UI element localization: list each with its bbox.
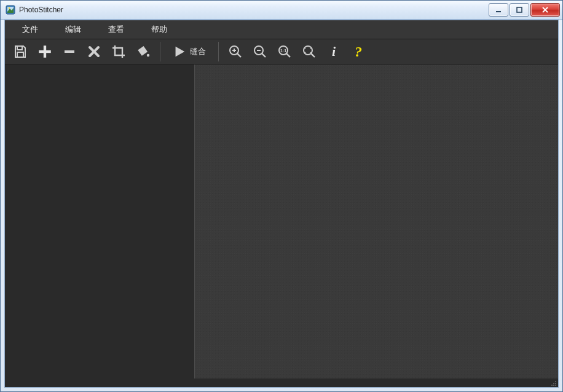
toolbar-separator — [160, 42, 160, 61]
minimize-icon — [495, 6, 502, 14]
svg-line-23 — [286, 53, 290, 57]
resize-grip-icon[interactable] — [549, 379, 557, 386]
zoom-1to1-icon: 1:1 — [277, 44, 292, 59]
fill-button[interactable] — [133, 41, 154, 62]
zoom-out-button[interactable] — [250, 41, 270, 62]
paint-bucket-icon — [136, 44, 151, 59]
svg-line-26 — [311, 53, 315, 57]
window-title: PhotoStitcher — [19, 6, 63, 14]
svg-line-16 — [237, 53, 241, 57]
toolbar-separator-2 — [218, 42, 219, 61]
menu-file[interactable]: 文件 — [9, 20, 52, 39]
svg-point-28 — [553, 385, 554, 386]
app-body: 文件 编辑 查看 帮助 — [4, 20, 559, 388]
svg-point-27 — [555, 385, 556, 386]
help-icon: ? — [355, 44, 362, 60]
content-area — [5, 65, 558, 378]
window-controls — [489, 3, 560, 17]
svg-point-31 — [553, 383, 554, 384]
svg-marker-14 — [176, 47, 185, 57]
zoom-fit-icon — [302, 44, 317, 59]
maximize-button[interactable] — [510, 3, 529, 17]
plus-icon — [37, 44, 53, 60]
crop-icon — [111, 44, 126, 59]
play-icon — [173, 45, 186, 58]
x-icon — [87, 44, 101, 59]
app-icon — [6, 5, 15, 15]
svg-point-30 — [551, 385, 553, 386]
image-list-panel[interactable] — [5, 65, 195, 378]
svg-point-3 — [9, 7, 10, 9]
zoom-out-icon — [253, 44, 267, 59]
minus-icon — [62, 44, 77, 59]
svg-rect-11 — [39, 50, 51, 53]
statusbar — [5, 378, 558, 387]
menu-edit[interactable]: 编辑 — [52, 20, 95, 39]
clear-button[interactable] — [84, 41, 104, 62]
zoom-fit-button[interactable] — [299, 41, 320, 62]
toolbar: 缝合 — [5, 39, 558, 65]
save-button[interactable] — [10, 41, 31, 62]
zoom-actual-button[interactable]: 1:1 — [274, 41, 295, 62]
svg-rect-5 — [517, 7, 522, 12]
svg-point-32 — [555, 381, 556, 382]
info-button[interactable]: i — [323, 41, 344, 62]
maximize-icon — [516, 6, 523, 14]
save-icon — [13, 44, 28, 59]
add-button[interactable] — [34, 41, 55, 62]
stitch-button[interactable]: 缝合 — [167, 41, 212, 62]
close-icon — [541, 6, 549, 14]
svg-line-20 — [262, 53, 266, 57]
svg-point-29 — [555, 383, 556, 384]
svg-point-13 — [147, 54, 149, 57]
svg-point-25 — [304, 46, 312, 55]
svg-rect-12 — [65, 50, 74, 53]
crop-button[interactable] — [108, 41, 129, 62]
zoom-in-icon — [228, 44, 243, 59]
svg-rect-9 — [17, 52, 23, 57]
svg-rect-4 — [496, 11, 501, 12]
menubar: 文件 编辑 查看 帮助 — [5, 20, 558, 39]
stitch-label: 缝合 — [190, 46, 206, 57]
svg-rect-8 — [17, 46, 22, 50]
close-button[interactable] — [530, 3, 560, 17]
info-icon: i — [332, 44, 336, 60]
svg-text:1:1: 1:1 — [280, 49, 286, 53]
remove-button[interactable] — [59, 41, 80, 62]
zoom-in-button[interactable] — [225, 41, 246, 62]
app-window: PhotoStitcher 文件 — [0, 0, 563, 392]
minimize-button[interactable] — [489, 3, 508, 17]
titlebar[interactable]: PhotoStitcher — [1, 1, 562, 20]
menu-view[interactable]: 查看 — [95, 20, 138, 39]
menu-help[interactable]: 帮助 — [138, 20, 181, 39]
preview-canvas[interactable] — [195, 65, 558, 378]
help-button[interactable]: ? — [348, 41, 369, 62]
